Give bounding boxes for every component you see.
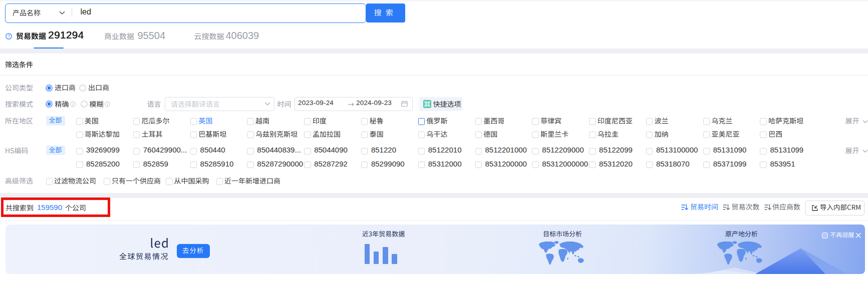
svg-text:?: ? <box>8 34 10 38</box>
